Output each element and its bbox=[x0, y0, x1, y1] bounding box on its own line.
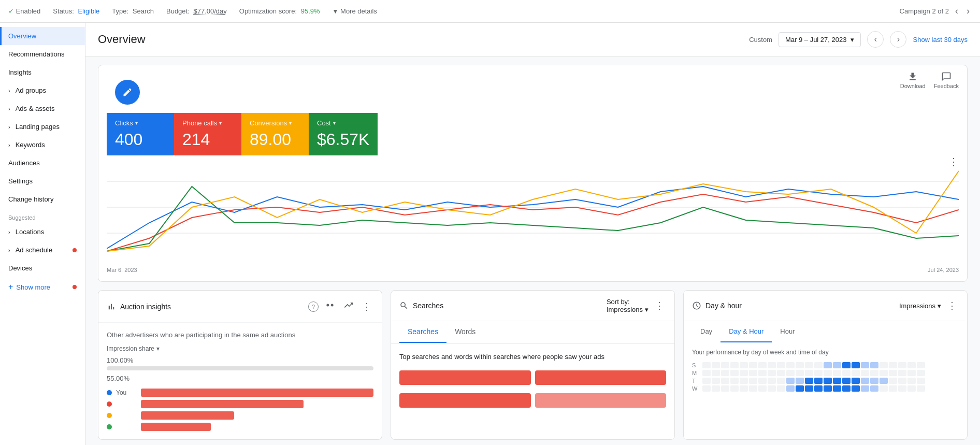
type-item: Type: Search bbox=[112, 7, 154, 15]
searches-description: Top searches and words within searches w… bbox=[399, 352, 666, 362]
cost-tile[interactable]: Cost ▾ $6.57K bbox=[309, 113, 378, 155]
sidebar-item-recommendations[interactable]: Recommendations bbox=[0, 45, 85, 63]
comp1-bar-row bbox=[107, 400, 373, 408]
phone-calls-dropdown-icon: ▾ bbox=[219, 120, 222, 126]
bar-chart-icon bbox=[107, 302, 116, 311]
budget-item: Budget: $77.00/day bbox=[166, 7, 227, 15]
edit-button[interactable] bbox=[115, 80, 140, 105]
phone-calls-value: 214 bbox=[182, 130, 233, 149]
dh-cells-m bbox=[702, 370, 925, 376]
expand-icon: › bbox=[8, 106, 10, 112]
next-date-button[interactable]: › bbox=[890, 31, 906, 48]
more-details-button[interactable]: ▼ More details bbox=[333, 7, 377, 15]
comp2-bar bbox=[141, 411, 234, 420]
overview-header: Overview Custom Mar 9 – Jul 27, 2023 ▾ ‹… bbox=[85, 23, 980, 56]
plus-icon: + bbox=[8, 282, 13, 292]
searches-tab-words[interactable]: Words bbox=[446, 321, 484, 343]
chart-more-button[interactable]: ⋮ bbox=[948, 155, 959, 168]
sort-dropdown[interactable]: Impressions ▾ bbox=[607, 306, 648, 313]
date-range-picker[interactable]: Mar 9 – Jul 27, 2023 ▾ bbox=[779, 32, 861, 47]
searches-more-options[interactable]: ⋮ bbox=[653, 298, 666, 313]
conversions-label: Conversions ▾ bbox=[250, 119, 300, 127]
searches-header: Searches Sort by: Impressions ▾ ⋮ bbox=[391, 291, 674, 321]
sidebar-item-change-history[interactable]: Change history bbox=[0, 190, 85, 208]
dh-tab-day[interactable]: Day bbox=[692, 321, 720, 342]
clicks-value: 400 bbox=[115, 130, 166, 149]
searches-results bbox=[399, 370, 666, 412]
clicks-tile[interactable]: Clicks ▾ 400 bbox=[107, 113, 174, 155]
bar-chart: 100.00% 55.00% bbox=[107, 356, 373, 382]
campaign-nav: Campaign 2 of 2 ‹ › bbox=[900, 4, 972, 19]
expand-icon: › bbox=[8, 124, 10, 130]
sidebar-item-ads-assets[interactable]: › Ads & assets bbox=[0, 99, 85, 118]
sidebar-item-audiences[interactable]: Audiences bbox=[0, 154, 85, 172]
you-bar bbox=[141, 389, 373, 397]
sidebar-item-overview[interactable]: Overview bbox=[0, 27, 85, 45]
dh-row-t1: T bbox=[692, 378, 959, 384]
day-hour-title: Day & hour bbox=[705, 302, 895, 310]
dh-row-w: W bbox=[692, 385, 959, 392]
show-more-button[interactable]: + Show more bbox=[0, 277, 85, 297]
search-result-1 bbox=[399, 370, 531, 385]
comp3-bar bbox=[141, 423, 211, 431]
chart-dates: Mar 6, 2023 Jul 24, 2023 bbox=[98, 265, 967, 281]
svg-point-3 bbox=[326, 304, 329, 307]
auction-insights-header: Auction insights ? ⋮ bbox=[98, 291, 382, 323]
day-hour-card: Day & hour Impressions ▾ ⋮ Day bbox=[683, 290, 968, 440]
sidebar-item-landing-pages[interactable]: › Landing pages bbox=[0, 118, 85, 136]
sidebar-item-insights[interactable]: Insights bbox=[0, 63, 85, 81]
dh-cells-s1 bbox=[702, 362, 925, 368]
expand-icon: › bbox=[8, 247, 10, 253]
day-hour-grid: S M bbox=[692, 362, 959, 392]
show-last-30-button[interactable]: Show last 30 days bbox=[913, 36, 968, 44]
auction-insights-card: Auction insights ? ⋮ Other advertisers w… bbox=[98, 290, 382, 440]
day-hour-more-options[interactable]: ⋮ bbox=[945, 298, 959, 313]
prev-campaign-button[interactable]: ‹ bbox=[953, 4, 960, 19]
impressions-dropdown[interactable]: Impressions ▾ bbox=[899, 302, 941, 310]
search-result-2 bbox=[535, 370, 667, 385]
sidebar-item-keywords[interactable]: › Keywords bbox=[0, 136, 85, 154]
sidebar-item-devices[interactable]: Devices bbox=[0, 259, 85, 277]
overview-controls: Custom Mar 9 – Jul 27, 2023 ▾ ‹ › Show l… bbox=[749, 31, 968, 48]
auction-insights-title: Auction insights bbox=[120, 303, 304, 311]
sidebar-item-locations[interactable]: › Locations bbox=[0, 223, 85, 241]
next-campaign-button[interactable]: › bbox=[964, 4, 972, 19]
dh-tab-hour[interactable]: Hour bbox=[772, 321, 803, 342]
content-area: Download Feedback Clicks ▾ bbox=[85, 56, 980, 445]
sidebar-item-ad-groups[interactable]: › Ad groups bbox=[0, 81, 85, 99]
you-bar-row: You bbox=[107, 389, 373, 397]
impression-share-label[interactable]: Impression share ▾ bbox=[107, 345, 373, 352]
dh-row-m: M bbox=[692, 370, 959, 376]
sidebar-item-settings[interactable]: Settings bbox=[0, 172, 85, 190]
competitor-bars: You bbox=[107, 389, 373, 431]
chevron-down-icon: ▼ bbox=[333, 8, 339, 15]
svg-point-4 bbox=[331, 304, 334, 307]
more-options-icon[interactable]: ⋮ bbox=[360, 299, 373, 314]
searches-title: Searches bbox=[413, 302, 602, 310]
download-button[interactable]: Download bbox=[900, 71, 926, 89]
trend-icon[interactable] bbox=[341, 298, 356, 315]
help-button[interactable]: ? bbox=[308, 302, 319, 312]
bottom-cards: Auction insights ? ⋮ Other advertisers w… bbox=[98, 290, 968, 440]
conversions-value: 89.00 bbox=[250, 130, 300, 149]
status-item: Status: Eligible bbox=[53, 7, 99, 15]
phone-calls-tile[interactable]: Phone calls ▾ 214 bbox=[174, 113, 241, 155]
prev-date-button[interactable]: ‹ bbox=[867, 31, 884, 48]
day-hour-description: Your performance by day of week and time… bbox=[692, 349, 959, 356]
dh-tab-day-hour[interactable]: Day & Hour bbox=[720, 321, 772, 342]
cost-label: Cost ▾ bbox=[317, 119, 369, 127]
enabled-status: ✓ Enabled bbox=[8, 7, 40, 15]
dh-row-s1: S bbox=[692, 362, 959, 368]
bubble-icon[interactable] bbox=[323, 298, 337, 315]
search-result-4 bbox=[535, 393, 667, 408]
sort-dropdown-icon: ▾ bbox=[645, 306, 648, 313]
sidebar-item-ad-schedule[interactable]: › Ad schedule bbox=[0, 241, 85, 259]
dropdown-icon: ▾ bbox=[851, 36, 854, 44]
feedback-button[interactable]: Feedback bbox=[934, 71, 959, 89]
ad-schedule-badge bbox=[73, 248, 77, 252]
conversions-tile[interactable]: Conversions ▾ 89.00 bbox=[241, 113, 309, 155]
dh-cells-w bbox=[702, 385, 925, 392]
searches-tab-searches[interactable]: Searches bbox=[399, 321, 446, 343]
page-title: Overview bbox=[98, 33, 146, 46]
full-bar bbox=[107, 366, 373, 370]
